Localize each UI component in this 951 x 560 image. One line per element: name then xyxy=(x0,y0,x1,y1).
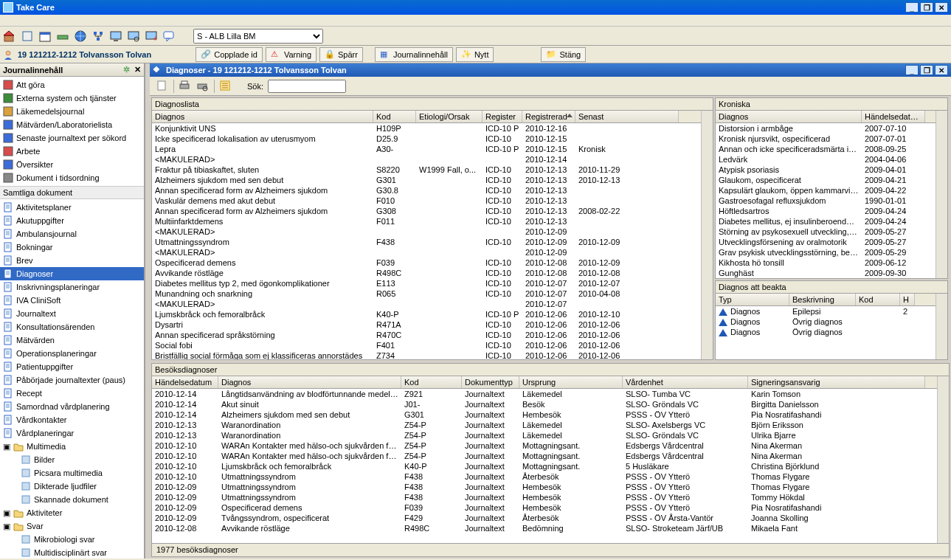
bed-icon[interactable] xyxy=(56,30,69,43)
sidebar-nav-item[interactable]: Arbete xyxy=(0,145,144,158)
sidebar-nav-item[interactable]: Dokument i tidsordning xyxy=(0,171,144,184)
sidebar-doc-item[interactable]: Patientuppgifter xyxy=(0,360,144,373)
besok-header[interactable]: HändelsedatumDiagnosKodDokumenttypUrspru… xyxy=(152,376,937,389)
sidebar-nav-item[interactable]: Senaste journaltext per sökord xyxy=(0,131,144,145)
sidebar-nav-item[interactable]: Läkemedelsjournal xyxy=(0,105,144,118)
column-header[interactable]: Kod xyxy=(856,294,900,305)
column-header[interactable]: Etiologi/Orsak xyxy=(416,111,483,122)
sidebar-doc-item[interactable]: Mätvärden xyxy=(0,333,144,347)
journalinnehall-button[interactable]: ▦Journalinnehåll xyxy=(375,47,453,62)
table-row[interactable]: Gastroesofagal refluxsjukdom1990-01-01 xyxy=(716,196,936,206)
search-input[interactable] xyxy=(268,80,346,93)
column-header[interactable]: Diagnos xyxy=(218,376,401,388)
book-icon[interactable] xyxy=(21,30,34,43)
column-header[interactable]: H xyxy=(900,294,915,305)
sidebar-folder[interactable]: ▣Aktiviteter xyxy=(0,506,144,519)
table-row[interactable]: 2010-12-13WaranordinationZ54-PJournaltex… xyxy=(152,430,937,440)
table-row[interactable]: Munandning och snarkningR065ICD-102010-1… xyxy=(152,288,701,299)
calendar-icon[interactable] xyxy=(38,30,52,43)
chat-icon[interactable] xyxy=(162,30,176,43)
table-row[interactable]: Grav psykisk utvecklingsstörning, bety..… xyxy=(716,247,936,257)
table-row[interactable]: UtmattningssyndromF438ICD-102010-12-0920… xyxy=(152,237,701,247)
column-header[interactable]: Dokumenttyp xyxy=(462,376,519,388)
table-row[interactable]: Vaskulär demens med akut debutF010ICD-10… xyxy=(152,196,701,206)
sidebar-folder[interactable]: ▣Svar xyxy=(0,519,144,533)
expand-icon[interactable]: ▣ xyxy=(3,442,10,452)
column-header[interactable]: Kod xyxy=(373,111,416,122)
sidebar-doc-item[interactable]: IVA CliniSoft xyxy=(0,294,144,307)
sidebar-folder-child[interactable]: Bilder xyxy=(0,453,144,466)
sidebar-doc-item[interactable]: Påbörjade journaltexter (paus) xyxy=(0,373,144,387)
sidebar-doc-item[interactable]: Diagnoser xyxy=(0,267,144,280)
table-row[interactable]: 2010-12-09Tvångssyndrom, ospecificeratF4… xyxy=(152,513,937,523)
column-header[interactable]: Senast xyxy=(575,111,679,122)
table-row[interactable]: Atypisk psoriasis2009-04-01 xyxy=(716,165,936,175)
table-row[interactable]: Alzheimers sjukdom med sen debutG301ICD-… xyxy=(152,175,701,185)
table-row[interactable]: Kronisk njursvikt, ospecificerad2007-07-… xyxy=(716,134,936,144)
inner-close-button[interactable]: ✕ xyxy=(935,65,948,75)
column-header[interactable]: Registrerad xyxy=(522,111,575,122)
sidebar-doc-item[interactable]: Vårdplaneringar xyxy=(0,426,144,440)
sidebar-doc-item[interactable]: Operationsplaneringar xyxy=(0,347,144,360)
table-row[interactable]: Social fobiF401ICD-102010-12-062010-12-0… xyxy=(152,340,701,350)
nytt-button[interactable]: ✨Nytt xyxy=(456,47,494,62)
column-header[interactable]: Kod xyxy=(401,376,462,388)
column-header[interactable]: Signeringsansvarig xyxy=(748,376,925,388)
table-row[interactable]: DiagnosEpilepsi2 xyxy=(716,306,936,317)
column-header[interactable]: Vårdenhet xyxy=(623,376,748,388)
column-header[interactable]: Register xyxy=(483,111,522,122)
table-row[interactable]: <MAKULERAD>2010-12-09 xyxy=(152,227,701,237)
monitor-search-icon[interactable] xyxy=(127,30,140,43)
table-row[interactable]: 2010-12-09UtmattningssyndromF438Journalt… xyxy=(152,492,937,502)
table-row[interactable]: <MAKULERAD>2010-12-09 xyxy=(152,247,701,257)
table-row[interactable]: MultiinfarktdemensF011ICD-102010-12-13 xyxy=(152,216,701,227)
location-select[interactable]: S - ALB Lilla BM xyxy=(193,29,323,44)
globe-icon[interactable] xyxy=(74,30,87,43)
sparr-button[interactable]: 🔒Spärr xyxy=(319,47,363,62)
table-row[interactable]: 2010-12-13WaranordinationZ54-PJournaltex… xyxy=(152,420,937,430)
table-row[interactable]: Kapsulärt glaukom, öppen kammarvinkel200… xyxy=(716,185,936,196)
table-row[interactable]: 2010-12-10Ljumskbråck och femoralbråckK4… xyxy=(152,461,937,471)
table-row[interactable]: DiagnosÖvrig diagnos xyxy=(716,317,936,327)
table-row[interactable]: Utvecklingsförsening av oralmotorik2009-… xyxy=(716,237,936,247)
table-row[interactable]: Ospecificerad demensF039ICD-102010-12-08… xyxy=(152,257,701,268)
sidebar-doc-item[interactable]: Vårdkontakter xyxy=(0,413,144,426)
besok-scrollbar[interactable] xyxy=(937,376,949,543)
monitor-add-icon[interactable]: + xyxy=(145,30,158,43)
diagnoslista-scrollbar[interactable] xyxy=(701,111,713,359)
table-row[interactable]: <MAKULERAD>2010-12-07 xyxy=(152,299,701,309)
sidebar-folder-child[interactable]: Dikterade ljudfiler xyxy=(0,480,144,493)
column-header[interactable]: Diagnos xyxy=(152,111,373,122)
sidebar-nav-item[interactable]: Översikter xyxy=(0,158,144,171)
table-row[interactable]: DiagnosÖvrig diagnos xyxy=(716,327,936,337)
gear-icon[interactable]: ✲ xyxy=(123,65,130,75)
table-row[interactable]: 2010-12-08Avvikande röstlägeR498CJournal… xyxy=(152,523,937,533)
table-row[interactable]: Annan specificerad form av Alzheimers sj… xyxy=(152,185,701,196)
sidebar-folder-child[interactable]: Picsara multimedia xyxy=(0,466,144,480)
sidebar-folder-child[interactable]: Skannade dokument xyxy=(0,493,144,506)
window-minimize-button[interactable]: _ xyxy=(905,2,919,13)
table-row[interactable]: Kikhosta hö tonsill2009-06-12 xyxy=(716,257,936,268)
column-header[interactable]: Händelsedatum xyxy=(152,376,218,388)
table-row[interactable]: Diabetes mellitus, ej insulinberoende, u… xyxy=(716,216,936,227)
beakta-scrollbar[interactable] xyxy=(936,294,947,359)
table-row[interactable]: Distorsion i armbåge2007-07-10 xyxy=(716,123,936,134)
kroniska-scrollbar[interactable] xyxy=(936,111,947,278)
diagnoslista-header[interactable]: DiagnosKodEtiologi/OrsakRegisterRegistre… xyxy=(152,111,701,123)
table-row[interactable]: Glaukom, ospecificerat2009-04-21 xyxy=(716,175,936,185)
stang-button[interactable]: 📁Stäng xyxy=(541,47,586,62)
table-row[interactable]: 2010-12-10UtmattningssyndromF438Journalt… xyxy=(152,471,937,482)
table-row[interactable]: 2010-12-10WARAn Kontakter med hälso-och … xyxy=(152,440,937,451)
inner-minimize-button[interactable]: _ xyxy=(905,65,919,75)
column-header[interactable]: Ursprung xyxy=(519,376,623,388)
table-row[interactable]: 2010-12-14Alzheimers sjukdom med sen deb… xyxy=(152,409,937,420)
sidebar-doc-item[interactable]: Inskrivningsplaneringar xyxy=(0,280,144,294)
sidebar-nav-item[interactable]: Att göra xyxy=(0,78,144,91)
table-row[interactable]: Gunghäst2009-09-30 xyxy=(716,268,936,278)
sidebar-nav-item[interactable]: Mätvärden/Laboratorielista xyxy=(0,118,144,131)
kroniska-body[interactable]: Distorsion i armbåge2007-07-10Kronisk nj… xyxy=(716,123,936,278)
sidebar-doc-item[interactable]: Konsultationsärenden xyxy=(0,320,144,333)
table-row[interactable]: 2010-12-14Akut sinuitJ01-JournaltextBesö… xyxy=(152,399,937,409)
table-row[interactable]: Ledvärk2004-04-06 xyxy=(716,154,936,165)
table-row[interactable]: Annan och icke specificeradsmärta i b...… xyxy=(716,144,936,154)
